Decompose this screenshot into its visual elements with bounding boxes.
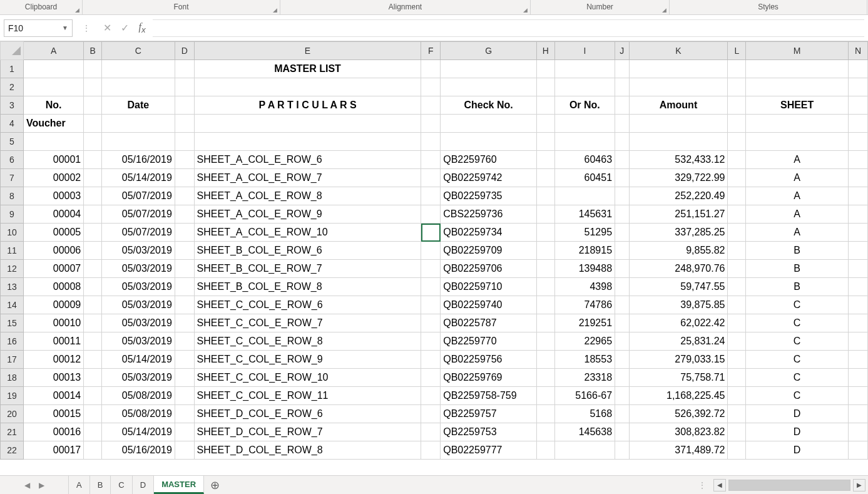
cell-M21[interactable]: D	[746, 423, 849, 441]
cell-H12[interactable]	[536, 260, 554, 278]
cell-E11[interactable]: SHEET_B_COL_E_ROW_6	[194, 242, 421, 260]
cell-E4[interactable]	[194, 115, 421, 133]
cell-A6[interactable]: 00001	[23, 151, 83, 169]
row-header[interactable]: 9	[1, 205, 24, 224]
col-header-L[interactable]: L	[728, 42, 746, 60]
cell-B18[interactable]	[84, 369, 102, 387]
cell-C14[interactable]: 05/03/2019	[101, 296, 175, 314]
cell-E18[interactable]: SHEET_C_COL_E_ROW_10	[194, 369, 421, 387]
cell-L5[interactable]	[728, 133, 746, 151]
cell-E20[interactable]: SHEET_D_COL_E_ROW_6	[194, 405, 421, 423]
cell-L15[interactable]	[728, 314, 746, 332]
cell-J7[interactable]	[615, 169, 630, 187]
cell-G22[interactable]: QB02259777	[441, 441, 537, 460]
cell-C2[interactable]	[101, 78, 175, 96]
cancel-icon[interactable]: ✕	[101, 22, 113, 34]
chevron-down-icon[interactable]: ▼	[62, 24, 68, 31]
cell-C21[interactable]: 05/14/2019	[101, 423, 175, 441]
cell-H10[interactable]	[536, 224, 554, 242]
ribbon-group-font[interactable]: Font◢	[83, 0, 280, 14]
cell-D8[interactable]	[175, 187, 194, 205]
cell-M14[interactable]: C	[746, 296, 849, 314]
cell-A12[interactable]: 00007	[23, 260, 83, 278]
cell-B9[interactable]	[84, 205, 102, 224]
cell-F1[interactable]	[421, 60, 441, 78]
cell-N18[interactable]	[849, 369, 868, 387]
cell-I2[interactable]	[554, 78, 615, 96]
sheet-tab-MASTER[interactable]: MASTER	[154, 476, 204, 494]
cell-K4[interactable]	[629, 115, 728, 133]
cell-B21[interactable]	[84, 423, 102, 441]
cell-K11[interactable]: 9,855.82	[629, 242, 728, 260]
cell-K7[interactable]: 329,722.99	[629, 169, 728, 187]
cell-E6[interactable]: SHEET_A_COL_E_ROW_6	[194, 151, 421, 169]
cell-E9[interactable]: SHEET_A_COL_E_ROW_9	[194, 205, 421, 224]
cell-N14[interactable]	[849, 296, 868, 314]
cell-G15[interactable]: QB0225787	[441, 314, 537, 332]
row-header[interactable]: 5	[1, 133, 24, 151]
cell-K21[interactable]: 308,823.82	[629, 423, 728, 441]
cell-C22[interactable]: 05/16/2019	[101, 441, 175, 460]
sheet-tab-B[interactable]: B	[90, 476, 111, 494]
cell-C9[interactable]: 05/07/2019	[101, 205, 175, 224]
cell-F9[interactable]	[421, 205, 441, 224]
cell-C5[interactable]	[101, 133, 175, 151]
cell-J20[interactable]	[615, 405, 630, 423]
cell-H15[interactable]	[536, 314, 554, 332]
scroll-right-button[interactable]: ▶	[853, 479, 865, 491]
cell-I21[interactable]: 145638	[554, 423, 615, 441]
cell-D18[interactable]	[175, 369, 194, 387]
cell-L17[interactable]	[728, 351, 746, 369]
cell-M6[interactable]: A	[746, 151, 849, 169]
cell-H5[interactable]	[536, 133, 554, 151]
sheet-tab-C[interactable]: C	[111, 476, 132, 494]
cell-J9[interactable]	[615, 205, 630, 224]
cell-D13[interactable]	[175, 278, 194, 296]
cell-G18[interactable]: QB02259769	[441, 369, 537, 387]
tab-nav-prev-icon[interactable]: ◀	[24, 481, 30, 490]
cell-E3[interactable]: P A R T I C U L A R S	[194, 96, 421, 115]
cell-H14[interactable]	[536, 296, 554, 314]
cell-C12[interactable]: 05/03/2019	[101, 260, 175, 278]
cell-D19[interactable]	[175, 387, 194, 405]
cell-H6[interactable]	[536, 151, 554, 169]
cell-D1[interactable]	[175, 60, 194, 78]
cell-H17[interactable]	[536, 351, 554, 369]
cell-G7[interactable]: QB02259742	[441, 169, 537, 187]
cell-F10[interactable]	[421, 224, 441, 242]
cell-E14[interactable]: SHEET_C_COL_E_ROW_6	[194, 296, 421, 314]
cell-D4[interactable]	[175, 115, 194, 133]
cell-J17[interactable]	[615, 351, 630, 369]
cell-F14[interactable]	[421, 296, 441, 314]
cell-B19[interactable]	[84, 387, 102, 405]
cell-M9[interactable]: A	[746, 205, 849, 224]
cell-N19[interactable]	[849, 387, 868, 405]
cell-F13[interactable]	[421, 278, 441, 296]
row-header[interactable]: 17	[1, 351, 24, 369]
col-header-H[interactable]: H	[536, 42, 554, 60]
cell-G20[interactable]: QB2259757	[441, 405, 537, 423]
cell-K5[interactable]	[629, 133, 728, 151]
cell-G2[interactable]	[441, 78, 537, 96]
cell-N11[interactable]	[849, 242, 868, 260]
col-header-A[interactable]: A	[23, 42, 83, 60]
cell-B15[interactable]	[84, 314, 102, 332]
cell-H22[interactable]	[536, 441, 554, 460]
cell-K13[interactable]: 59,747.55	[629, 278, 728, 296]
cell-M5[interactable]	[746, 133, 849, 151]
cell-J12[interactable]	[615, 260, 630, 278]
cell-J22[interactable]	[615, 441, 630, 460]
cell-B11[interactable]	[84, 242, 102, 260]
cell-B16[interactable]	[84, 332, 102, 351]
cell-F20[interactable]	[421, 405, 441, 423]
cell-G19[interactable]: QB2259758-759	[441, 387, 537, 405]
ribbon-group-alignment[interactable]: Alignment◢	[280, 0, 531, 14]
cell-J21[interactable]	[615, 423, 630, 441]
cell-L8[interactable]	[728, 187, 746, 205]
cell-H9[interactable]	[536, 205, 554, 224]
cell-K2[interactable]	[629, 78, 728, 96]
cell-M4[interactable]	[746, 115, 849, 133]
sheet-tab-A[interactable]: A	[69, 476, 90, 494]
cell-C6[interactable]: 05/16/2019	[101, 151, 175, 169]
cell-B22[interactable]	[84, 441, 102, 460]
